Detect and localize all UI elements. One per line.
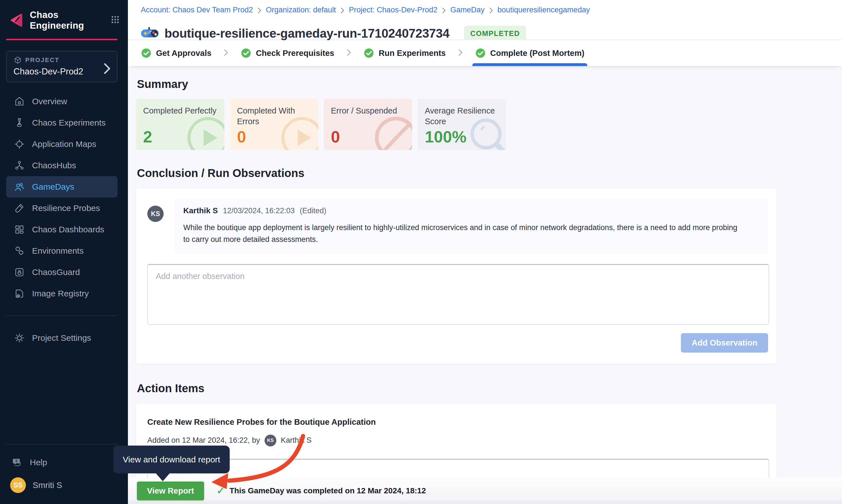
card-value: 100% (425, 127, 467, 146)
step-label: Complete (Post Mortem) (490, 49, 584, 58)
breadcrumb: Account: Chaos Dev Team Prod2Organizatio… (141, 6, 842, 14)
image-registry-icon (14, 288, 25, 299)
view-report-button[interactable]: View Report (137, 482, 204, 500)
gamepad-icon (141, 27, 159, 40)
sidebar-item-application-maps[interactable]: Application Maps (0, 133, 128, 155)
sidebar-item-label: Project Settings (32, 333, 91, 343)
avatar: SS (10, 477, 26, 493)
sidebar-item-help[interactable]: ?Help (0, 452, 128, 473)
observation-input[interactable] (147, 264, 769, 325)
breadcrumb-separator-icon (258, 7, 261, 13)
breadcrumb-link[interactable]: Organization: default (266, 6, 336, 14)
status-badge: COMPLETED (464, 26, 526, 41)
stepper: Get ApprovalsCheck PrerequisitesRun Expe… (128, 40, 842, 66)
home-icon (14, 96, 25, 107)
user-menu[interactable]: SS Smriti S (0, 473, 128, 497)
summary-cards: Completed Perfectly2Completed With Error… (136, 99, 842, 150)
action-items-panel: Create New Resilience Probes for the Bou… (136, 403, 777, 478)
help-chat-icon: ? (12, 457, 22, 468)
project-name: Chaos-Dev-Prod2 (14, 67, 83, 77)
check-circle-icon (141, 48, 152, 58)
comment-box: Karthik S 12/03/2024, 16:22:03 (Edited) … (175, 199, 768, 254)
action-item-input[interactable] (147, 459, 769, 478)
step-label: Get Approvals (156, 49, 211, 58)
observation-comment: KS Karthik S 12/03/2024, 16:22:03 (Edite… (147, 199, 768, 254)
grid-icon[interactable] (111, 15, 120, 25)
breadcrumb-separator-icon (442, 7, 446, 13)
card-value: 0 (237, 127, 246, 146)
summary-card-error-suspended: Error / Suspended0 (323, 99, 412, 150)
hexagons-icon (14, 246, 25, 256)
check-icon: ✓ (216, 485, 225, 497)
sidebar-item-chaoshubs[interactable]: ChaosHubs (0, 155, 128, 176)
conclusion-heading: Conclusion / Run Observations (137, 167, 842, 180)
step-separator-icon (224, 49, 228, 57)
card-value: 0 (331, 127, 340, 146)
step-check-prerequisites[interactable]: Check Prerequisites (241, 40, 334, 66)
sidebar-item-gamedays[interactable]: GameDays (6, 176, 118, 198)
sidebar-item-chaos-dashboards[interactable]: Chaos Dashboards (0, 219, 128, 240)
breadcrumb-link[interactable]: Project: Chaos-Dev-Prod2 (349, 6, 437, 14)
step-get-approvals[interactable]: Get Approvals (141, 40, 211, 66)
play-circle-icon (278, 113, 318, 150)
content-area: Summary Completed Perfectly2Completed Wi… (128, 66, 842, 478)
play-circle-icon (183, 113, 224, 150)
test-tube-icon (14, 203, 25, 214)
sidebar-item-environments[interactable]: Environments (0, 240, 128, 262)
footer-status-text: This GameDay was completed on 12 Mar 202… (229, 486, 426, 495)
sidebar-item-label: Overview (32, 97, 67, 106)
summary-card-completed-with-errors: Completed With Errors0 (230, 99, 318, 150)
step-label: Check Prerequisites (256, 49, 334, 58)
step-complete-post-mortem[interactable]: Complete (Post Mortem) (475, 40, 584, 66)
page-title: boutique-resilience-gameday-run-17102407… (164, 26, 450, 40)
sidebar-item-overview[interactable]: Overview (0, 91, 128, 112)
breadcrumb-link[interactable]: GameDay (450, 6, 485, 14)
step-run-experiments[interactable]: Run Experiments (364, 40, 446, 66)
chaos-logo-icon (10, 13, 23, 27)
breadcrumb-separator-icon (489, 7, 493, 13)
sidebar: Chaos Engineering PROJECT Chaos-Dev-Prod… (0, 0, 128, 504)
sidebar-header: Chaos Engineering (0, 0, 128, 39)
card-value: 2 (143, 127, 152, 146)
sidebar-item-resilience-probes[interactable]: Resilience Probes (0, 198, 128, 219)
flask-icon (14, 118, 25, 128)
sidebar-item-label: Chaos Experiments (32, 118, 106, 128)
tooltip-text: View and download report (123, 455, 220, 464)
sidebar-item-chaos-experiments[interactable]: Chaos Experiments (0, 112, 128, 133)
ban-circle-icon (371, 113, 412, 150)
gear-icon (14, 332, 25, 343)
sidebar-item-image-registry[interactable]: Image Registry (0, 283, 128, 304)
action-item-meta-prefix: Added on 12 Mar 2024, 16:22, by (147, 436, 260, 445)
sidebar-item-label: ChaosGuard (32, 267, 80, 277)
step-label: Run Experiments (379, 49, 446, 58)
breadcrumb-link[interactable]: Account: Chaos Dev Team Prod2 (141, 6, 253, 14)
action-item-title: Create New Resilience Probes for the Bou… (147, 417, 768, 427)
project-info: PROJECT Chaos-Dev-Prod2 (14, 56, 83, 77)
project-selector[interactable]: PROJECT Chaos-Dev-Prod2 (6, 51, 118, 82)
comment-author: Karthik S (183, 206, 218, 215)
main-area: Account: Chaos Dev Team Prod2Organizatio… (128, 0, 842, 504)
sidebar-item-label: GameDays (32, 182, 74, 192)
sidebar-item-chaosguard[interactable]: ChaosGuard (0, 262, 128, 283)
summary-card-average-resilience-score: Average Resilience Score100% (418, 99, 506, 150)
avatar: KS (147, 206, 164, 222)
dashboard-icon (14, 224, 25, 235)
comment-body: While the boutique app deployment is lar… (183, 222, 745, 246)
lock-icon (14, 267, 25, 277)
sidebar-item-label: Application Maps (32, 139, 96, 149)
users-icon (14, 181, 25, 192)
sidebar-item-label: Chaos Dashboards (32, 225, 104, 234)
breadcrumb-link[interactable]: boutiqueresiliencegameday (497, 6, 590, 14)
step-separator-icon (347, 49, 351, 57)
conclusion-panel: KS Karthik S 12/03/2024, 16:22:03 (Edite… (136, 188, 777, 364)
sidebar-item-project-settings[interactable]: Project Settings (0, 327, 128, 349)
sidebar-divider (6, 316, 118, 316)
target-icon (14, 139, 25, 149)
action-item-author: Karthik S (281, 436, 312, 445)
avatar: KS (265, 435, 276, 446)
sidebar-bottom: ?Help SS Smriti S (0, 433, 128, 504)
footer-bar: View Report ✓ This GameDay was completed… (128, 478, 842, 504)
add-observation-button[interactable]: Add Observation (681, 333, 768, 353)
sidebar-nav: OverviewChaos ExperimentsApplication Map… (0, 91, 128, 304)
breadcrumb-separator-icon (340, 7, 345, 13)
